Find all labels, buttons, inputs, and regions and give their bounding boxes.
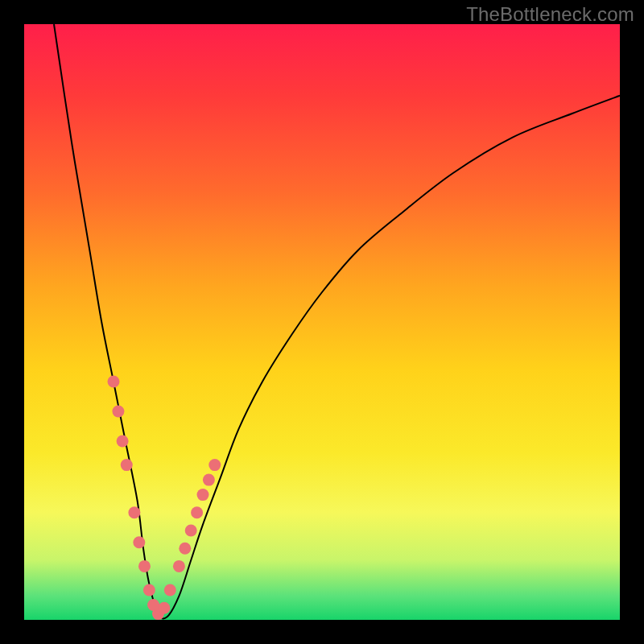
sample-dots-group (108, 376, 221, 621)
plot-area (24, 24, 620, 620)
sample-dot (158, 602, 170, 614)
sample-dot (117, 436, 129, 448)
sample-dot (108, 376, 120, 388)
sample-dot (112, 406, 124, 418)
sample-dot (138, 560, 151, 572)
bottleneck-curve (54, 24, 620, 619)
chart-frame: TheBottleneck.com (0, 0, 644, 644)
sample-dot (179, 543, 191, 555)
sample-dot (191, 506, 203, 518)
sample-dot (197, 489, 209, 501)
sample-dot (133, 536, 145, 548)
sample-dot (164, 584, 176, 597)
watermark-text: TheBottleneck.com (466, 3, 634, 26)
curve-layer (24, 24, 620, 620)
sample-dot (128, 506, 140, 518)
sample-dot (185, 525, 197, 537)
sample-dot (203, 474, 215, 486)
sample-dot (173, 560, 185, 572)
sample-dot (208, 459, 221, 471)
sample-dot (121, 459, 133, 471)
sample-dot (143, 584, 155, 597)
